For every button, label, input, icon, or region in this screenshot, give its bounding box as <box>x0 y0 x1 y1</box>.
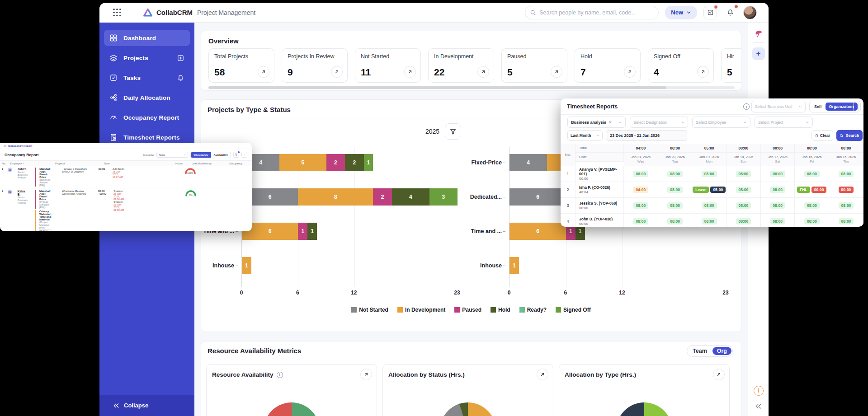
occupancy-kebab-button[interactable]: ⋮ <box>241 152 247 158</box>
open-card-button[interactable] <box>404 66 416 78</box>
open-card-button[interactable] <box>624 66 636 78</box>
time-pill[interactable]: 08:00 <box>804 202 820 209</box>
bell-icon[interactable] <box>177 74 184 82</box>
time-pill[interactable]: 08:00 <box>633 171 648 177</box>
legend-item: Hold <box>491 307 510 313</box>
occ-toggle-availability[interactable]: Availability <box>211 152 231 158</box>
legend-label: Ready? <box>527 307 547 313</box>
timesheet-cell: 08:00 <box>726 182 761 198</box>
time-pill[interactable]: 08:00 <box>736 218 751 224</box>
time-pill[interactable]: 08:00 <box>839 202 854 209</box>
clear-button[interactable]: Clear <box>811 130 833 141</box>
time-pill[interactable]: 08:00 <box>702 171 717 177</box>
time-pill[interactable]: 08:00 <box>770 187 785 193</box>
time-pill[interactable]: 08:00 <box>770 202 785 209</box>
time-pill[interactable]: 08:00 <box>839 171 854 177</box>
time-pill[interactable]: 08:00 <box>770 218 785 224</box>
time-pill[interactable]: 08:00 <box>804 171 820 177</box>
search-input[interactable] <box>539 9 654 16</box>
sidebar-item-tasks[interactable]: Tasks <box>104 70 190 86</box>
occupancy-row[interactable]: 2KBKaira B.Senior Business AnalystMarsha… <box>0 188 252 231</box>
time-pill[interactable]: 08:00 <box>667 187 683 193</box>
overview-scrollbar-thumb[interactable] <box>208 86 666 89</box>
chart-filter-button[interactable] <box>445 123 461 140</box>
legend-label: In Development <box>405 307 445 313</box>
employee-cell[interactable]: Ananya V. (PVSEMP-001)00:00 <box>576 166 624 182</box>
toggle-option-team[interactable]: Team <box>688 347 712 355</box>
sidebar-item-daily-allocation[interactable]: Daily Allocation <box>104 89 190 106</box>
breadcrumb[interactable]: Occupancy Report <box>8 145 32 147</box>
open-card-button[interactable] <box>331 66 343 78</box>
open-metric-button[interactable] <box>537 369 548 380</box>
panel-collapse-icon[interactable] <box>755 403 762 410</box>
time-pill[interactable]: 00:00 <box>811 187 827 193</box>
clear-chip-icon[interactable]: ✕ <box>609 120 612 125</box>
user-avatar[interactable] <box>743 6 757 19</box>
open-metric-button[interactable] <box>713 369 725 380</box>
period-select[interactable]: Last Month <box>567 130 603 141</box>
screen: CollabCRM Project Management New <box>0 0 868 416</box>
search-button[interactable]: Search <box>836 130 863 141</box>
note-text: - Create a Flowchart and DFD Diagram <box>60 168 93 173</box>
date-range-field[interactable]: 23 Dec 2025 - 21 Jan 2026 <box>606 130 687 141</box>
time-pill[interactable]: FHL <box>797 187 810 193</box>
open-card-button[interactable] <box>258 66 269 78</box>
scope-option-organization[interactable]: Organization <box>826 103 858 111</box>
scope-option-self[interactable]: Self <box>811 103 826 111</box>
time-pill[interactable]: 08:00 <box>667 218 683 224</box>
time-pill[interactable]: 08:00 <box>736 187 751 193</box>
app-grid-icon[interactable] <box>113 9 121 17</box>
time-pill[interactable]: 08:00 <box>804 218 820 224</box>
occupancy-filter-button[interactable] <box>233 152 239 158</box>
employee-select[interactable]: Select Employee <box>692 117 750 128</box>
toggle-option-org[interactable]: Org <box>712 347 731 355</box>
business-unit-select[interactable]: Select Business Unit <box>751 101 806 112</box>
sidebar-item-dashboard[interactable]: Dashboard <box>104 30 190 46</box>
time-pill[interactable]: 08:00 <box>770 171 785 177</box>
open-metric-button[interactable] <box>360 369 372 380</box>
time-pill[interactable]: 08:00 <box>667 202 683 209</box>
time-pill[interactable]: Leave <box>693 187 709 193</box>
employee-cell[interactable]: Isha P. (CO-0026)48:04 <box>576 182 624 198</box>
notifications-button[interactable] <box>723 6 737 19</box>
sidebar-item-occupancy-report[interactable]: Occupancy Report <box>104 109 190 126</box>
employee-cell[interactable]: Jessica S. (YOP-058)00:00 <box>576 198 624 214</box>
employee-name: Juhi S. <box>16 168 29 171</box>
time-pill[interactable]: 08:00 <box>633 218 648 224</box>
designation-select[interactable]: Select Designation <box>630 117 688 128</box>
new-button[interactable]: New <box>665 6 697 19</box>
open-card-button[interactable] <box>697 66 709 78</box>
occupancy-row[interactable]: 1JSJuhi S.Senior Business AnalystMarshal… <box>0 166 252 188</box>
time-pill[interactable]: 08:00 <box>633 202 648 209</box>
add-widget-button[interactable]: + <box>752 47 765 60</box>
business-analysis-chip[interactable]: Business analysis ✕ <box>567 117 626 128</box>
modified-at: 23-Oct-2025, 09:00 AM <box>113 192 124 201</box>
help-icon[interactable]: i <box>754 386 764 396</box>
employee-cell[interactable]: John D. (YOP-038)00:00 <box>576 214 624 227</box>
legend-item: Ready? <box>519 307 547 313</box>
plus-square-icon[interactable] <box>177 54 184 62</box>
home-icon[interactable] <box>4 145 6 147</box>
time-pill[interactable]: 04:00 <box>633 187 648 193</box>
group-by-select[interactable]: None <box>156 152 188 158</box>
project-select[interactable]: Select Project <box>755 117 813 128</box>
time-pill[interactable]: 08:00 <box>839 218 854 224</box>
modified-entry: System23-Oct-2025, 09:00 AM <box>112 190 127 201</box>
timesheet-kebab-button[interactable]: ⋮ <box>854 101 861 112</box>
sidebar-item-projects[interactable]: Projects <box>104 50 190 66</box>
occ-toggle-occupancy[interactable]: Occupancy <box>191 152 211 158</box>
approvals-button[interactable] <box>703 6 717 19</box>
time-pill[interactable]: 08:00 <box>667 171 683 177</box>
sidebar-collapse-button[interactable]: Collapse <box>99 395 194 416</box>
umbrella-icon[interactable] <box>754 29 763 38</box>
open-card-button[interactable] <box>551 66 562 78</box>
time-pill[interactable]: 08:00 <box>702 218 717 224</box>
time-pill[interactable]: 08:00 <box>702 202 717 209</box>
open-card-button[interactable] <box>477 66 489 78</box>
time-pill[interactable]: 08:00 <box>736 202 751 209</box>
time-pill[interactable]: 05:00 <box>710 187 726 193</box>
time-pill[interactable]: 00:00 <box>839 187 854 193</box>
time-pill[interactable]: 08:00 <box>736 171 751 177</box>
search-icon <box>530 9 536 16</box>
global-search <box>525 6 659 19</box>
